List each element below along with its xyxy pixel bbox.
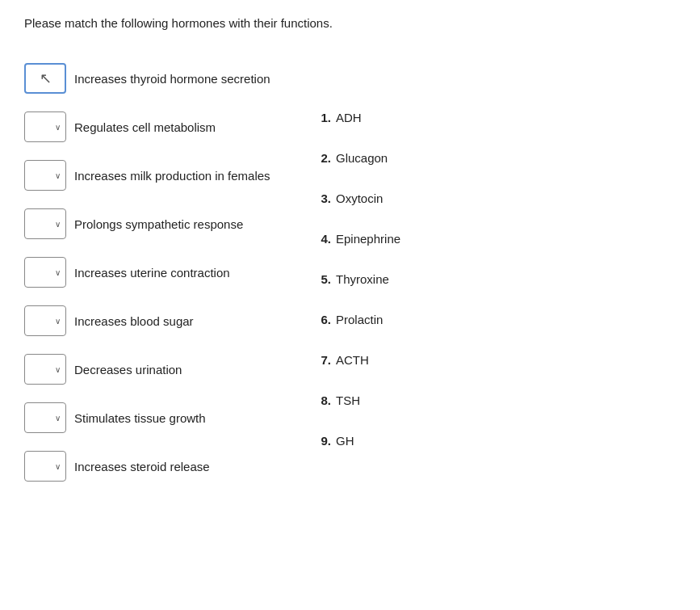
answer-text-2: Glucagon bbox=[336, 151, 388, 165]
chevron-down-icon: ∨ bbox=[55, 171, 61, 180]
answer-item-7: 7. ACTH bbox=[315, 345, 400, 385]
match-label-3: Increases milk production in females bbox=[74, 167, 270, 184]
dropdown-select-9[interactable]: 1 2 3 4 5 6 7 8 9 bbox=[30, 460, 55, 473]
dropdown-box-7[interactable]: 1 2 3 4 5 6 7 8 9 ∨ bbox=[24, 354, 66, 385]
dropdown-select-3[interactable]: 1 2 3 4 5 6 7 8 9 bbox=[30, 169, 55, 182]
answer-item-6: 6. Prolactin bbox=[315, 305, 400, 345]
dropdown-select-7[interactable]: 1 2 3 4 5 6 7 8 9 bbox=[30, 363, 55, 376]
answer-item-1: 1. ADH bbox=[315, 103, 400, 143]
answer-text-6: Prolactin bbox=[336, 313, 383, 326]
answer-num-4: 4. bbox=[315, 232, 331, 246]
answer-text-7: ACTH bbox=[336, 353, 369, 367]
dropdown-box-9[interactable]: 1 2 3 4 5 6 7 8 9 ∨ bbox=[24, 451, 66, 482]
answer-num-8: 8. bbox=[315, 393, 331, 407]
instructions-text: Please match the following hormones with… bbox=[24, 16, 676, 30]
answer-item-8: 8. TSH bbox=[315, 385, 400, 426]
match-label-6: Increases blood sugar bbox=[74, 313, 194, 330]
match-row-8: 1 2 3 4 5 6 7 8 9 ∨ Stimulates tissue gr… bbox=[24, 393, 283, 442]
match-label-8: Stimulates tissue growth bbox=[74, 410, 206, 427]
chevron-down-icon: ∨ bbox=[55, 462, 61, 471]
cursor-icon: ↖ bbox=[40, 69, 52, 87]
match-row-4: 1 2 3 4 5 6 7 8 9 ∨ Prolongs sympathetic… bbox=[24, 200, 283, 248]
dropdown-box-6[interactable]: 1 2 3 4 5 6 7 8 9 ∨ bbox=[24, 305, 66, 336]
answer-num-1: 1. bbox=[315, 111, 331, 124]
match-row-5: 1 2 3 4 5 6 7 8 9 ∨ Increases uterine co… bbox=[24, 248, 283, 297]
answer-item-4: 4. Epinephrine bbox=[315, 224, 400, 264]
dropdown-box-1[interactable]: ↖ bbox=[24, 63, 66, 94]
match-row-9: 1 2 3 4 5 6 7 8 9 ∨ Increases steroid re… bbox=[24, 442, 283, 490]
match-row-7: 1 2 3 4 5 6 7 8 9 ∨ Decreases urination bbox=[24, 345, 283, 393]
answer-num-5: 5. bbox=[315, 272, 331, 286]
answer-num-2: 2. bbox=[315, 151, 331, 165]
answer-text-1: ADH bbox=[336, 111, 362, 124]
chevron-down-icon: ∨ bbox=[55, 414, 61, 423]
match-row-1: ↖ Increases thyroid hormone secretion bbox=[24, 54, 283, 103]
chevron-down-icon: ∨ bbox=[55, 268, 61, 277]
answer-text-9: GH bbox=[336, 434, 354, 448]
right-column: 1. ADH 2. Glucagon 3. Oxytocin 4. Epinep… bbox=[315, 54, 400, 466]
match-row-6: 1 2 3 4 5 6 7 8 9 ∨ Increases blood suga… bbox=[24, 297, 283, 345]
answer-text-3: Oxytocin bbox=[336, 191, 383, 205]
answer-item-3: 3. Oxytocin bbox=[315, 183, 400, 224]
chevron-down-icon: ∨ bbox=[55, 220, 61, 229]
answer-text-4: Epinephrine bbox=[336, 232, 400, 246]
match-label-2: Regulates cell metabolism bbox=[74, 119, 216, 136]
dropdown-select-2[interactable]: 1 2 3 4 5 6 7 8 9 bbox=[30, 120, 55, 133]
match-label-7: Decreases urination bbox=[74, 361, 182, 378]
match-label-4: Prolongs sympathetic response bbox=[74, 216, 243, 233]
answer-item-9: 9. GH bbox=[315, 426, 400, 466]
match-row-3: 1 2 3 4 5 6 7 8 9 ∨ Increases milk produ… bbox=[24, 151, 283, 200]
main-layout: ↖ Increases thyroid hormone secretion 1 … bbox=[24, 54, 676, 490]
chevron-down-icon: ∨ bbox=[55, 123, 61, 132]
dropdown-box-4[interactable]: 1 2 3 4 5 6 7 8 9 ∨ bbox=[24, 208, 66, 239]
answer-item-2: 2. Glucagon bbox=[315, 143, 400, 183]
dropdown-select-8[interactable]: 1 2 3 4 5 6 7 8 9 bbox=[30, 411, 55, 424]
match-label-1: Increases thyroid hormone secretion bbox=[74, 70, 270, 87]
match-label-9: Increases steroid release bbox=[74, 458, 210, 475]
dropdown-box-3[interactable]: 1 2 3 4 5 6 7 8 9 ∨ bbox=[24, 160, 66, 191]
answer-text-8: TSH bbox=[336, 393, 360, 407]
dropdown-box-2[interactable]: 1 2 3 4 5 6 7 8 9 ∨ bbox=[24, 111, 66, 142]
left-column: ↖ Increases thyroid hormone secretion 1 … bbox=[24, 54, 283, 490]
answer-num-3: 3. bbox=[315, 191, 331, 205]
match-row-2: 1 2 3 4 5 6 7 8 9 ∨ Regulates cell metab… bbox=[24, 103, 283, 151]
dropdown-select-4[interactable]: 1 2 3 4 5 6 7 8 9 bbox=[30, 217, 55, 230]
answer-num-6: 6. bbox=[315, 313, 331, 326]
match-label-5: Increases uterine contraction bbox=[74, 264, 230, 281]
dropdown-box-8[interactable]: 1 2 3 4 5 6 7 8 9 ∨ bbox=[24, 402, 66, 433]
answer-text-5: Thyroxine bbox=[336, 272, 389, 286]
answer-item-5: 5. Thyroxine bbox=[315, 264, 400, 305]
dropdown-select-5[interactable]: 1 2 3 4 5 6 7 8 9 bbox=[30, 266, 55, 279]
dropdown-box-5[interactable]: 1 2 3 4 5 6 7 8 9 ∨ bbox=[24, 257, 66, 288]
answer-num-7: 7. bbox=[315, 353, 331, 367]
chevron-down-icon: ∨ bbox=[55, 317, 61, 326]
answer-num-9: 9. bbox=[315, 434, 331, 448]
dropdown-select-6[interactable]: 1 2 3 4 5 6 7 8 9 bbox=[30, 314, 55, 327]
chevron-down-icon: ∨ bbox=[55, 365, 61, 374]
